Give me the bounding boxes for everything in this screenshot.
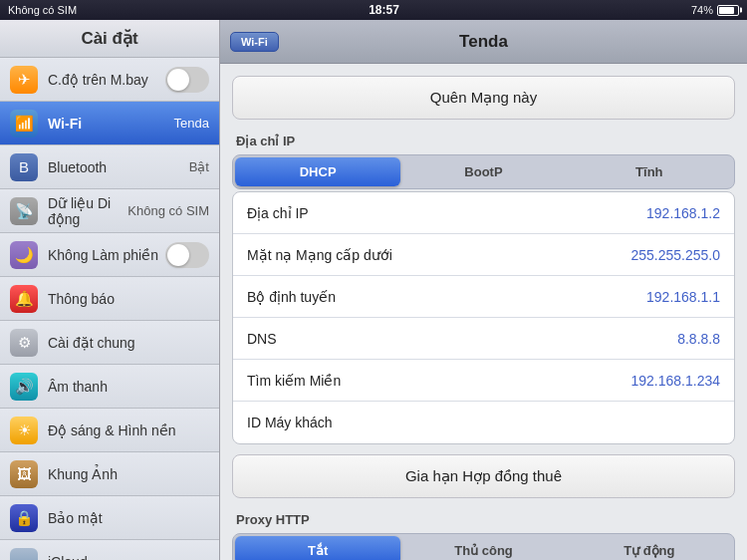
table-row[interactable]: Địa chỉ IP192.168.1.2	[233, 192, 734, 234]
row-label: Mặt nạ Mạng cấp dưới	[247, 247, 630, 263]
notifications-icon: 🔔	[10, 285, 38, 313]
sidebar-item-sound[interactable]: 🔊Âm thanh	[0, 365, 219, 409]
icloud-label: iCloud	[48, 554, 209, 561]
battery-fill	[719, 7, 734, 14]
wifi-value: Tenda	[174, 116, 209, 131]
row-label: ID Máy khách	[247, 415, 720, 430]
sidebar-item-mobile-data[interactable]: 📡Dữ liệu Di độngKhông có SIM	[0, 189, 219, 233]
privacy-icon: 🔒	[10, 504, 38, 532]
sidebar-header: Cài đặt	[0, 20, 219, 58]
notifications-label: Thông báo	[48, 291, 209, 307]
content-title: Tenda	[459, 32, 508, 52]
sidebar: Cài đặt ✈C.độ trên M.bay📶Wi-FiTendaBBlue…	[0, 20, 220, 560]
proxy-section: Proxy HTTP TắtThủ côngTự động	[232, 508, 735, 560]
row-value: 192.168.1.1	[646, 289, 720, 305]
content-nav-bar: Wi-Fi Tenda	[220, 20, 747, 64]
proxy-tab-off[interactable]: Tắt	[235, 536, 400, 560]
proxy-tabs: TắtThủ côngTự động	[232, 533, 735, 560]
ip-section-header: Địa chỉ IP	[232, 130, 735, 154]
renew-lease-button[interactable]: Gia hạn Hợp đồng thuê	[232, 454, 735, 498]
content-area: Wi-Fi Tenda Quên Mạng này Địa chỉ IP DHC…	[220, 20, 747, 560]
table-row[interactable]: ID Máy khách	[233, 402, 734, 443]
general-icon: ⚙	[10, 329, 38, 357]
airplane-label: C.độ trên M.bay	[48, 72, 165, 88]
sidebar-item-wallpaper[interactable]: ☀Độ sáng & Hình nền	[0, 409, 219, 452]
table-row[interactable]: DNS8.8.8.8	[233, 318, 734, 360]
bluetooth-icon: B	[10, 153, 38, 181]
sound-icon: 🔊	[10, 373, 38, 401]
carrier-label: Không có SIM	[8, 4, 77, 16]
dnd-toggle[interactable]	[165, 242, 209, 268]
time-label: 18:57	[369, 3, 399, 17]
proxy-tab-auto[interactable]: Tự động	[567, 536, 732, 560]
airplane-icon: ✈	[10, 66, 38, 94]
sidebar-item-notifications[interactable]: 🔔Thông báo	[0, 277, 219, 321]
ip-tab-bootp[interactable]: BootP	[400, 157, 566, 186]
battery-icon	[717, 5, 739, 16]
sidebar-item-general[interactable]: ⚙Cài đặt chung	[0, 321, 219, 365]
row-value: 8.8.8.8	[677, 331, 720, 347]
icloud-icon: ☁	[10, 548, 38, 561]
photo-frame-icon: 🖼	[10, 460, 38, 488]
mobile-data-icon: 📡	[10, 197, 38, 225]
row-value: 192.168.1.234	[630, 373, 720, 389]
wifi-badge: Wi-Fi	[230, 32, 279, 52]
sidebar-title: Cài đặt	[81, 29, 137, 48]
sidebar-item-privacy[interactable]: 🔒Bảo mật	[0, 496, 219, 540]
wifi-label: Wi-Fi	[48, 116, 174, 132]
status-bar-right: 74%	[691, 4, 739, 16]
wallpaper-label: Độ sáng & Hình nền	[48, 422, 209, 438]
sidebar-item-dnd[interactable]: 🌙Không Làm phiền	[0, 233, 219, 277]
sidebar-item-icloud[interactable]: ☁iCloud	[0, 540, 219, 560]
content-body: Quên Mạng này Địa chỉ IP DHCPBootPTĩnh Đ…	[220, 64, 747, 560]
mobile-data-value: Không có SIM	[127, 203, 209, 218]
wallpaper-icon: ☀	[10, 417, 38, 444]
row-label: Tìm kiếm Miền	[247, 373, 630, 389]
airplane-toggle[interactable]	[165, 67, 209, 93]
mobile-data-label: Dữ liệu Di động	[48, 195, 127, 227]
sidebar-item-photo-frame[interactable]: 🖼Khung Ảnh	[0, 452, 219, 496]
wifi-icon: 📶	[10, 110, 38, 138]
table-row[interactable]: Bộ định tuyến192.168.1.1	[233, 276, 734, 318]
ip-tab-dhcp[interactable]: DHCP	[235, 157, 400, 186]
dnd-label: Không Làm phiền	[48, 247, 165, 263]
forget-network-button[interactable]: Quên Mạng này	[232, 76, 735, 120]
sidebar-item-wifi[interactable]: 📶Wi-FiTenda	[0, 102, 219, 145]
ip-tabs: DHCPBootPTĩnh	[232, 154, 735, 189]
sidebar-item-bluetooth[interactable]: BBluetoothBật	[0, 145, 219, 189]
proxy-tab-manual[interactable]: Thủ công	[400, 536, 566, 560]
row-value: 192.168.1.2	[646, 205, 720, 221]
dnd-icon: 🌙	[10, 241, 38, 269]
table-row[interactable]: Mặt nạ Mạng cấp dưới255.255.255.0	[233, 234, 734, 276]
bluetooth-value: Bật	[189, 159, 209, 174]
row-label: Địa chỉ IP	[247, 205, 646, 221]
sidebar-item-airplane[interactable]: ✈C.độ trên M.bay	[0, 58, 219, 102]
proxy-section-header: Proxy HTTP	[232, 508, 735, 533]
table-row[interactable]: Tìm kiếm Miền192.168.1.234	[233, 360, 734, 402]
bluetooth-label: Bluetooth	[48, 159, 189, 175]
privacy-label: Bảo mật	[48, 510, 209, 526]
general-label: Cài đặt chung	[48, 335, 209, 351]
sidebar-items-container: ✈C.độ trên M.bay📶Wi-FiTendaBBluetoothBật…	[0, 58, 219, 560]
row-label: Bộ định tuyến	[247, 289, 646, 305]
ip-table: Địa chỉ IP192.168.1.2Mặt nạ Mạng cấp dướ…	[232, 191, 735, 444]
ip-tab-static[interactable]: Tĩnh	[567, 157, 732, 186]
main-layout: Cài đặt ✈C.độ trên M.bay📶Wi-FiTendaBBlue…	[0, 20, 747, 560]
status-bar: Không có SIM 18:57 74%	[0, 0, 747, 20]
ip-section: Địa chỉ IP DHCPBootPTĩnh Địa chỉ IP192.1…	[232, 130, 735, 444]
row-value: 255.255.255.0	[630, 247, 720, 263]
row-label: DNS	[247, 331, 677, 347]
photo-frame-label: Khung Ảnh	[48, 466, 209, 482]
battery-percent: 74%	[691, 4, 713, 16]
sound-label: Âm thanh	[48, 379, 209, 395]
